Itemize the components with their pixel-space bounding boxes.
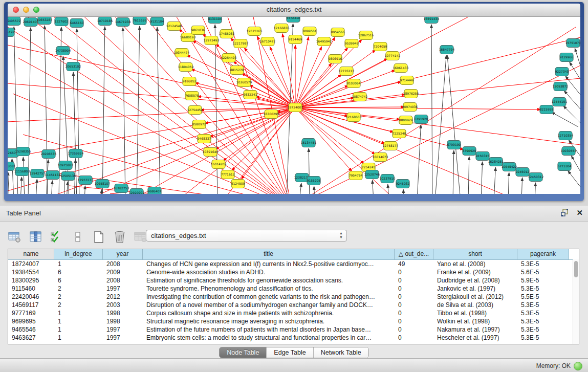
graph-node[interactable]: 12758177 [383, 142, 399, 150]
table-row[interactable]: 969969511998Structural magnetic resonanc… [8, 317, 579, 325]
graph-node[interactable]: 9131104 [150, 17, 164, 26]
delete-column-icon[interactable] [113, 230, 127, 244]
graph-node[interactable]: 7954764 [349, 171, 363, 180]
graph-node[interactable]: 10030554 [561, 147, 577, 156]
graph-node[interactable]: 16495942 [316, 37, 332, 46]
graph-node[interactable]: 1327602 [55, 17, 69, 26]
graph-node[interactable]: 7771612 [221, 170, 235, 179]
graph-node[interactable]: 8215958 [540, 105, 554, 114]
graph-node[interactable]: 9806916 [329, 55, 342, 63]
graph-node[interactable]: 9832241 [244, 91, 257, 99]
graph-node[interactable]: 17776117 [339, 67, 355, 76]
graph-node[interactable]: 10653287 [37, 17, 53, 25]
column-header-pagerank[interactable]: pagerank [517, 249, 569, 259]
column-header-year[interactable]: year [103, 249, 143, 259]
graph-node[interactable]: 9468337 [198, 135, 211, 143]
graph-node[interactable]: 10719185 [97, 17, 113, 26]
graph-node[interactable]: 18300295 [264, 110, 279, 119]
graph-node[interactable]: 8580972 [192, 120, 206, 129]
graph-node[interactable]: 9155205 [307, 177, 321, 185]
column-header-out_de[interactable]: △ out_de... [395, 249, 433, 259]
graph-node[interactable]: 10945422 [502, 163, 517, 171]
graph-node[interactable]: 20206535 [41, 150, 57, 159]
graph-node[interactable]: 16014673 [373, 153, 388, 162]
graph-node[interactable]: 9150315 [476, 152, 490, 161]
graph-node[interactable]: 6773304 [558, 162, 572, 171]
graph-node[interactable]: 19575165 [247, 27, 263, 36]
graph-node[interactable]: 9186852 [183, 77, 197, 86]
graph-node[interactable]: 16710472 [260, 37, 276, 46]
table-row[interactable]: 1830029562008Estimation of significance … [8, 276, 579, 285]
graph-node[interactable]: 18724007 [288, 103, 303, 112]
tab-network-table[interactable]: Network Table [314, 347, 368, 358]
table-row[interactable]: 911546021997Tourette syndrome. Phenomeno… [8, 285, 579, 293]
graph-node[interactable]: 8815270 [230, 66, 244, 75]
graph-node[interactable]: 9245012 [516, 168, 530, 177]
graph-node[interactable]: 12166836 [274, 24, 290, 33]
memory-status-icon[interactable] [574, 362, 582, 370]
new-column-icon[interactable] [92, 230, 106, 244]
graph-node[interactable]: 16647794 [439, 46, 455, 54]
graph-node[interactable]: 12450312 [528, 173, 544, 182]
graph-node[interactable]: 9539949 [345, 39, 359, 48]
graph-node[interactable]: 7225240 [393, 129, 406, 138]
graph-node[interactable]: 18976255 [403, 90, 419, 98]
graph-node[interactable]: 15298355 [15, 147, 31, 156]
graph-node[interactable]: 9227343 [555, 68, 569, 76]
graph-node[interactable]: 12520746 [364, 170, 380, 179]
graph-node[interactable]: 9129966 [560, 53, 574, 62]
network-window-titlebar[interactable]: citations_edges.txt [8, 4, 580, 17]
graph-node[interactable]: 9154469 [289, 35, 302, 44]
graph-node[interactable]: 9861036 [191, 26, 205, 35]
table-scrollbar-thumb[interactable] [574, 261, 578, 277]
graph-node[interactable]: 8131104 [208, 17, 222, 24]
graph-node[interactable]: 11804059 [178, 63, 194, 72]
table-select-dropdown[interactable]: citations_edges.txt ▲▼ [146, 230, 347, 242]
graph-node[interactable]: 17957233 [78, 176, 94, 185]
table-row[interactable]: 977716911998Corpus callosum shape and si… [8, 309, 579, 317]
column-header-name[interactable]: name [8, 249, 54, 259]
column-header-in_degree[interactable]: in_degree [54, 249, 103, 259]
graph-node[interactable]: 6799190 [447, 141, 461, 149]
graph-node[interactable]: 6405572 [8, 17, 21, 26]
graph-node[interactable]: 20653102 [66, 62, 81, 71]
network-canvas[interactable]: 1872400718300295121245491668019398610361… [8, 17, 580, 194]
graph-node[interactable]: 12920902 [129, 189, 145, 194]
row-height-icon[interactable] [71, 230, 85, 244]
graph-node[interactable]: 12942757 [30, 169, 46, 178]
graph-node[interactable]: 10774142 [385, 52, 401, 60]
graph-node[interactable]: 10975887 [58, 161, 74, 170]
graph-node[interactable]: 12124549 [166, 22, 182, 31]
graph-node[interactable]: 12217987 [233, 39, 249, 48]
table-row[interactable]: 1872400712008Changes of HCN gene express… [8, 260, 579, 268]
float-panel-icon[interactable] [560, 208, 569, 217]
close-panel-icon[interactable]: ✕ [576, 208, 583, 217]
column-visibility-icon[interactable] [29, 230, 43, 244]
graph-node[interactable]: 14671938 [115, 18, 131, 27]
graph-node[interactable]: 7615526 [133, 17, 147, 25]
table-row[interactable]: 1938455462009Genome-wide association stu… [8, 268, 579, 276]
graph-node[interactable]: 12093872 [553, 82, 569, 91]
graph-node[interactable]: 12710354 [558, 132, 574, 140]
graph-node[interactable]: 9124509 [231, 180, 245, 188]
graph-node[interactable]: 8790929 [463, 147, 476, 156]
graph-node[interactable]: 8099561 [303, 27, 317, 36]
column-header-short[interactable]: short [433, 249, 517, 259]
graph-node[interactable]: 16061433 [393, 64, 409, 73]
graph-node[interactable]: 5572310 [287, 17, 300, 23]
graph-node[interactable]: 15134451 [301, 139, 317, 147]
graph-node[interactable]: 17359924 [68, 149, 84, 158]
graph-node[interactable]: 16014209 [211, 160, 227, 169]
graph-node[interactable]: 20691406 [23, 18, 39, 27]
graph-node[interactable]: 10237910 [380, 174, 396, 183]
graph-node[interactable]: 11451134 [45, 171, 61, 180]
graph-node[interactable]: 9605192 [8, 28, 15, 37]
graph-node[interactable]: 16782753 [114, 184, 129, 193]
graph-node[interactable]: 7204059 [374, 42, 387, 51]
graph-node[interactable]: 9245032 [396, 180, 410, 188]
graph-node[interactable]: 13503081 [8, 162, 15, 171]
graph-node[interactable]: 8954566 [331, 28, 345, 37]
graph-node[interactable]: 7608575 [185, 92, 199, 100]
graph-node[interactable]: 12444151 [552, 98, 568, 106]
column-header-title[interactable]: title [143, 249, 395, 259]
